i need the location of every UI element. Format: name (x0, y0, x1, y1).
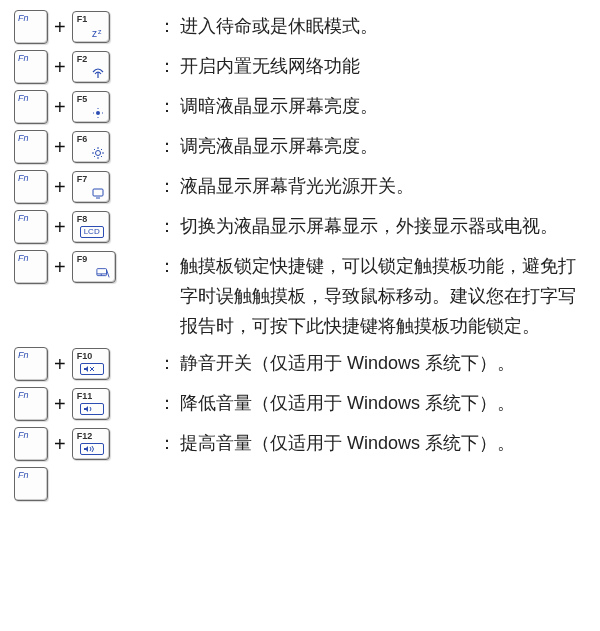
plus-sign: + (54, 428, 66, 460)
plus-sign: + (54, 348, 66, 380)
f-key-label: F10 (77, 351, 93, 361)
hotkey-row: Fn + F12 ： 提高音量（仅适用于 Windows 系统下）。 (14, 427, 586, 461)
f8-key: F8 LCD (72, 211, 110, 243)
description: 调亮液晶显示屏幕亮度。 (180, 130, 586, 161)
svg-point-2 (96, 111, 100, 115)
f2-key: F2 (72, 51, 110, 83)
description: 液晶显示屏幕背光光源开关。 (180, 170, 586, 201)
fn-key: Fn (14, 170, 48, 204)
f-key-label: F1 (77, 14, 88, 24)
fn-key-label: Fn (18, 93, 29, 103)
plus-sign: + (54, 388, 66, 420)
mute-icon (80, 363, 104, 375)
key-combo: Fn + F5 (14, 90, 154, 124)
sleep-icon: zz (91, 27, 105, 39)
colon: ： (158, 387, 176, 419)
description: 开启内置无线网络功能 (180, 50, 586, 81)
touchpad-lock-icon (96, 267, 110, 279)
svg-line-15 (101, 149, 102, 150)
fn-key-label: Fn (18, 390, 29, 400)
key-combo: Fn + F9 (14, 250, 154, 284)
f7-key: F7 (72, 171, 110, 203)
wireless-icon (91, 67, 105, 79)
description: 提高音量（仅适用于 Windows 系统下）。 (180, 427, 586, 458)
plus-sign: + (54, 11, 66, 43)
colon: ： (158, 427, 176, 459)
hotkey-row: Fn + F7 ： 液晶显示屏幕背光光源开关。 (14, 170, 586, 204)
colon: ： (158, 50, 176, 82)
fn-key-label: Fn (18, 213, 29, 223)
fn-key: Fn (14, 347, 48, 381)
lcd-backlight-icon (91, 187, 105, 199)
svg-text:z: z (98, 28, 102, 35)
brightness-down-icon (91, 107, 105, 119)
plus-sign: + (54, 251, 66, 283)
f-key-label: F8 (77, 214, 88, 224)
key-combo: Fn + F7 (14, 170, 154, 204)
volume-down-icon (80, 403, 104, 415)
f12-key: F12 (72, 428, 110, 460)
colon: ： (158, 347, 176, 379)
colon: ： (158, 90, 176, 122)
hotkey-row: Fn + F11 ： 降低音量（仅适用于 Windows 系统下）。 (14, 387, 586, 421)
f-key-label: F2 (77, 54, 88, 64)
fn-key: Fn (14, 130, 48, 164)
hotkey-row-partial: Fn (14, 467, 586, 501)
fn-key-label: Fn (18, 173, 29, 183)
svg-line-14 (94, 156, 95, 157)
hotkey-row: Fn + F5 ： 调暗液晶显示屏幕亮度。 (14, 90, 586, 124)
description: 触摸板锁定快捷键，可以锁定触摸板功能，避免打字时误触触摸板，导致鼠标移动。建议您… (180, 250, 586, 341)
description: 进入待命或是休眠模式。 (180, 10, 586, 41)
fn-key-label: Fn (18, 470, 29, 480)
fn-key-label: Fn (18, 430, 29, 440)
colon: ： (158, 130, 176, 162)
fn-key-label: Fn (18, 133, 29, 143)
f-key-label: F6 (77, 134, 88, 144)
plus-sign: + (54, 51, 66, 83)
fn-key-label: Fn (18, 253, 29, 263)
key-combo: Fn + F1 zz (14, 10, 154, 44)
fn-key: Fn (14, 427, 48, 461)
plus-sign: + (54, 91, 66, 123)
f1-key: F1 zz (72, 11, 110, 43)
key-combo: Fn + F10 (14, 347, 154, 381)
fn-key: Fn (14, 387, 48, 421)
description: 静音开关（仅适用于 Windows 系统下）。 (180, 347, 586, 378)
svg-text:z: z (92, 28, 97, 39)
description: 降低音量（仅适用于 Windows 系统下）。 (180, 387, 586, 418)
fn-key-label: Fn (18, 53, 29, 63)
svg-point-7 (95, 151, 100, 156)
key-combo: Fn + F2 (14, 50, 154, 84)
svg-rect-16 (93, 189, 103, 196)
hotkey-row: Fn + F6 ： 调亮液晶显示屏幕亮度。 (14, 130, 586, 164)
f11-key: F11 (72, 388, 110, 420)
plus-sign: + (54, 171, 66, 203)
fn-key-label: Fn (18, 13, 29, 23)
f-key-label: F7 (77, 174, 88, 184)
f5-key: F5 (72, 91, 110, 123)
hotkey-row: Fn + F1 zz ： 进入待命或是休眠模式。 (14, 10, 586, 44)
fn-key: Fn (14, 90, 48, 124)
f-key-label: F12 (77, 431, 93, 441)
svg-line-13 (101, 156, 102, 157)
colon: ： (158, 250, 176, 282)
hotkey-row: Fn + F2 ： 开启内置无线网络功能 (14, 50, 586, 84)
svg-line-12 (94, 149, 95, 150)
fn-key-label: Fn (18, 350, 29, 360)
f-key-label: F9 (77, 254, 88, 264)
f10-key: F10 (72, 348, 110, 380)
key-combo: Fn + F6 (14, 130, 154, 164)
key-combo: Fn + F11 (14, 387, 154, 421)
description: 调暗液晶显示屏幕亮度。 (180, 90, 586, 121)
f6-key: F6 (72, 131, 110, 163)
brightness-up-icon (91, 147, 105, 159)
fn-key: Fn (14, 250, 48, 284)
volume-up-icon (80, 443, 104, 455)
key-combo: Fn + F12 (14, 427, 154, 461)
hotkey-row: Fn + F10 ： 静音开关（仅适用于 Windows 系统下）。 (14, 347, 586, 381)
fn-key: Fn (14, 467, 48, 501)
hotkey-row: Fn + F8 LCD ： 切换为液晶显示屏幕显示，外接显示器或电视。 (14, 210, 586, 244)
display-switch-icon: LCD (80, 226, 104, 238)
plus-sign: + (54, 131, 66, 163)
colon: ： (158, 10, 176, 42)
